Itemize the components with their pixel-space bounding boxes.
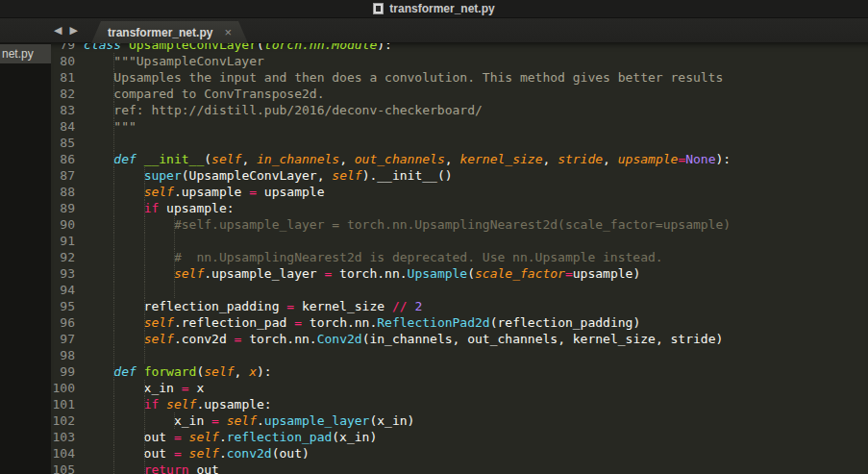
- code-text: """: [84, 118, 868, 135]
- line-number: 104: [51, 445, 84, 462]
- code-line: 101 if self.upsample:: [51, 396, 868, 412]
- indent-guide: [174, 282, 175, 298]
- line-number: 102: [51, 412, 84, 429]
- indent-guide: [144, 233, 145, 249]
- code-text: compared to ConvTranspose2d.: [84, 86, 868, 102]
- line-number: 90: [51, 216, 84, 233]
- code-text: self.upsample = upsample: [84, 184, 868, 200]
- indent-guide: [113, 314, 114, 331]
- code-line: 100 x_in = x: [51, 380, 868, 396]
- back-arrow-icon[interactable]: ◀: [54, 24, 62, 37]
- code-line: 90 #self.upsample_layer = torch.nn.Upsam…: [51, 216, 868, 233]
- indent-guide: [144, 249, 145, 265]
- tab-close-icon[interactable]: ×: [224, 26, 232, 38]
- indent-guide: [144, 216, 145, 233]
- indent-guide: [174, 233, 175, 249]
- code-line: 96 self.reflection_pad = torch.nn.Reflec…: [51, 314, 868, 331]
- code-line: 88 self.upsample = upsample: [51, 184, 868, 200]
- line-number: 85: [51, 135, 84, 151]
- line-number: 81: [51, 69, 84, 86]
- line-number: 92: [51, 249, 84, 265]
- line-number: 99: [51, 363, 84, 380]
- line-number: 84: [51, 118, 84, 135]
- code-line: 79class UpsampleConvLayer(torch.nn.Modul…: [51, 43, 868, 53]
- indent-guide: [113, 380, 114, 396]
- code-line: 82 compared to ConvTranspose2d.: [51, 86, 868, 102]
- line-number: 95: [51, 298, 84, 314]
- indent-guide: [144, 396, 145, 412]
- indent-guide: [144, 412, 145, 429]
- code-text: if upsample:: [84, 200, 868, 216]
- code-text: # nn.UpsamplingNearest2d is deprecated. …: [84, 249, 868, 265]
- code-text: if self.upsample:: [84, 396, 868, 412]
- document-icon: [373, 3, 384, 14]
- code-line: 102 x_in = self.upsample_layer(x_in): [51, 412, 868, 429]
- code-text: return out: [84, 462, 868, 474]
- code-line: 86 def __init__(self, in_channels, out_c…: [51, 151, 868, 167]
- indent-guide: [113, 184, 114, 200]
- code-line: 103 out = self.reflection_pad(x_in): [51, 429, 868, 445]
- line-number: 101: [51, 396, 84, 412]
- line-number: 98: [51, 347, 84, 363]
- code-text: self.upsample_layer = torch.nn.Upsample(…: [84, 265, 868, 282]
- indent-guide: [113, 69, 114, 86]
- tab-transformer-net[interactable]: transformer_net.py ×: [91, 21, 248, 43]
- indent-guide: [113, 445, 114, 462]
- indent-guide: [144, 331, 145, 347]
- indent-guide: [113, 135, 114, 151]
- code-line: 80 """UpsampleConvLayer: [51, 53, 868, 69]
- code-text: self.reflection_pad = torch.nn.Reflectio…: [84, 314, 868, 331]
- code-text: out = self.reflection_pad(x_in): [84, 429, 868, 445]
- window-titlebar: transformer_net.py: [0, 0, 868, 18]
- line-number: 82: [51, 86, 84, 102]
- code-line: 97 self.conv2d = torch.nn.Conv2d(in_chan…: [51, 331, 868, 347]
- line-number: 83: [51, 102, 84, 118]
- code-line: 95 reflection_padding = kernel_size // 2: [51, 298, 868, 314]
- code-line: 99 def forward(self, x):: [51, 363, 868, 380]
- code-editor[interactable]: 79class UpsampleConvLayer(torch.nn.Modul…: [51, 43, 868, 474]
- code-text: reflection_padding = kernel_size // 2: [84, 298, 868, 314]
- code-text: out = self.conv2d(out): [84, 445, 868, 462]
- indent-guide: [144, 265, 145, 282]
- forward-arrow-icon[interactable]: ▶: [69, 24, 77, 37]
- indent-guide: [144, 429, 145, 445]
- tab-navigation: ◀ ▶: [54, 18, 78, 42]
- indent-guide: [113, 265, 114, 282]
- background-window-tab[interactable]: net.py: [0, 44, 51, 63]
- indent-guide: [113, 462, 114, 474]
- line-number: 80: [51, 53, 84, 69]
- indent-guide: [113, 200, 114, 216]
- background-tab-label: net.py: [2, 47, 34, 61]
- indent-guide: [113, 102, 114, 118]
- code-text: #self.upsample_layer = torch.nn.Upsampli…: [84, 216, 868, 233]
- code-line: 104 out = self.conv2d(out): [51, 445, 868, 462]
- indent-guide: [144, 184, 145, 200]
- indent-guide: [113, 233, 114, 249]
- code-text: def forward(self, x):: [84, 363, 868, 380]
- indent-guide: [113, 412, 114, 429]
- code-text: Upsamples the input and then does a conv…: [84, 69, 868, 86]
- indent-guide: [113, 298, 114, 314]
- line-number: 94: [51, 282, 84, 298]
- indent-guide: [113, 429, 114, 445]
- indent-guide: [144, 298, 145, 314]
- indent-guide: [144, 445, 145, 462]
- indent-guide: [113, 216, 114, 233]
- line-number: 96: [51, 314, 84, 331]
- window-title: transformer_net.py: [389, 2, 494, 15]
- code-line: 92 # nn.UpsamplingNearest2d is deprecate…: [51, 249, 868, 265]
- line-number: 89: [51, 200, 84, 216]
- indent-guide: [113, 363, 114, 380]
- code-line: 89 if upsample:: [51, 200, 868, 216]
- indent-guide: [113, 167, 114, 184]
- indent-guide: [113, 151, 114, 167]
- code-line: 87 super(UpsampleConvLayer, self).__init…: [51, 167, 868, 184]
- indent-guide: [113, 53, 114, 69]
- code-text: [84, 347, 868, 363]
- code-line: 98: [51, 347, 868, 363]
- code-line: 81 Upsamples the input and then does a c…: [51, 69, 868, 86]
- indent-guide: [144, 347, 145, 363]
- indent-guide: [113, 331, 114, 347]
- line-number: 86: [51, 151, 84, 167]
- line-number: 91: [51, 233, 84, 249]
